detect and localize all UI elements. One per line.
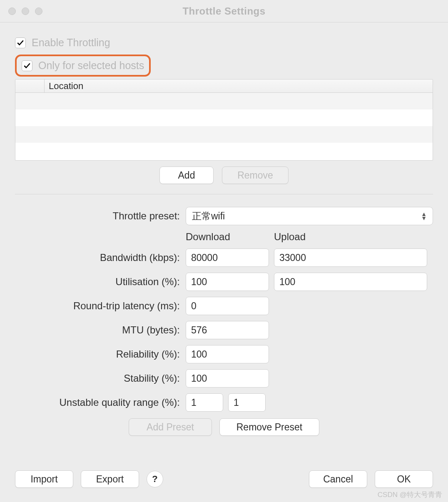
utilisation-download-input[interactable]: 100 bbox=[186, 273, 269, 291]
mtu-label: MTU (bytes): bbox=[15, 324, 186, 336]
titlebar: Throttle Settings bbox=[0, 0, 448, 22]
hosts-table-header: Location bbox=[15, 80, 433, 93]
reliability-label: Reliability (%): bbox=[15, 348, 186, 360]
bandwidth-download-input[interactable]: 80000 bbox=[186, 249, 269, 267]
bandwidth-label: Bandwidth (kbps): bbox=[15, 252, 186, 263]
bandwidth-upload-input[interactable]: 33000 bbox=[274, 249, 427, 267]
unstable-high-input[interactable]: 1 bbox=[228, 393, 266, 412]
divider bbox=[15, 194, 433, 194]
enable-throttling-label: Enable Throttling bbox=[32, 37, 110, 49]
import-button[interactable]: Import bbox=[15, 470, 73, 488]
watermark: CSDN @特大号青青 bbox=[378, 490, 442, 500]
table-row[interactable] bbox=[15, 93, 433, 109]
window-title: Throttle Settings bbox=[0, 5, 448, 17]
unstable-label: Unstable quality range (%): bbox=[15, 397, 186, 408]
only-selected-checkbox[interactable] bbox=[22, 60, 32, 71]
table-row[interactable] bbox=[15, 126, 433, 143]
add-preset-button: Add Preset bbox=[129, 418, 212, 436]
remove-preset-button[interactable]: Remove Preset bbox=[219, 418, 319, 436]
enable-throttling-row[interactable]: Enable Throttling bbox=[15, 34, 433, 51]
rtt-label: Round-trip latency (ms): bbox=[15, 300, 186, 312]
mtu-input[interactable]: 576 bbox=[186, 321, 269, 339]
unstable-low-input[interactable]: 1 bbox=[186, 393, 223, 412]
check-icon bbox=[23, 62, 31, 70]
footer: Import Export ? Cancel OK bbox=[15, 470, 433, 488]
chevron-up-down-icon: ▲▼ bbox=[421, 212, 427, 220]
help-button[interactable]: ? bbox=[147, 471, 163, 487]
utilisation-label: Utilisation (%): bbox=[15, 276, 186, 288]
check-icon bbox=[17, 39, 24, 47]
stability-label: Stability (%): bbox=[15, 373, 186, 384]
utilisation-upload-input[interactable]: 100 bbox=[274, 273, 427, 291]
table-row[interactable] bbox=[15, 109, 433, 126]
throttle-preset-select[interactable]: 正常wifi ▲▼ bbox=[186, 207, 433, 225]
preset-label: Throttle preset: bbox=[15, 210, 186, 222]
export-button[interactable]: Export bbox=[81, 470, 139, 488]
only-selected-label: Only for selected hosts bbox=[38, 60, 144, 72]
remove-host-button: Remove bbox=[222, 167, 289, 184]
throttle-form: Throttle preset: 正常wifi ▲▼ Download Uplo… bbox=[15, 207, 433, 412]
table-row[interactable] bbox=[15, 143, 433, 159]
hosts-table-body bbox=[15, 93, 433, 159]
cancel-button[interactable]: Cancel bbox=[309, 470, 367, 488]
throttle-preset-value: 正常wifi bbox=[192, 210, 225, 223]
rtt-input[interactable]: 0 bbox=[186, 297, 269, 315]
reliability-input[interactable]: 100 bbox=[186, 345, 269, 363]
ok-button[interactable]: OK bbox=[375, 470, 433, 488]
enable-throttling-checkbox[interactable] bbox=[15, 37, 26, 48]
add-host-button[interactable]: Add bbox=[159, 167, 214, 184]
stability-input[interactable]: 100 bbox=[186, 369, 269, 388]
hosts-table[interactable]: Location bbox=[15, 79, 433, 161]
hosts-table-col-location[interactable]: Location bbox=[45, 81, 433, 92]
download-header: Download bbox=[186, 231, 269, 243]
only-selected-highlight: Only for selected hosts bbox=[15, 55, 151, 77]
hosts-table-col-empty bbox=[15, 80, 45, 92]
upload-header: Upload bbox=[274, 231, 357, 243]
only-selected-row[interactable]: Only for selected hosts bbox=[22, 60, 144, 72]
